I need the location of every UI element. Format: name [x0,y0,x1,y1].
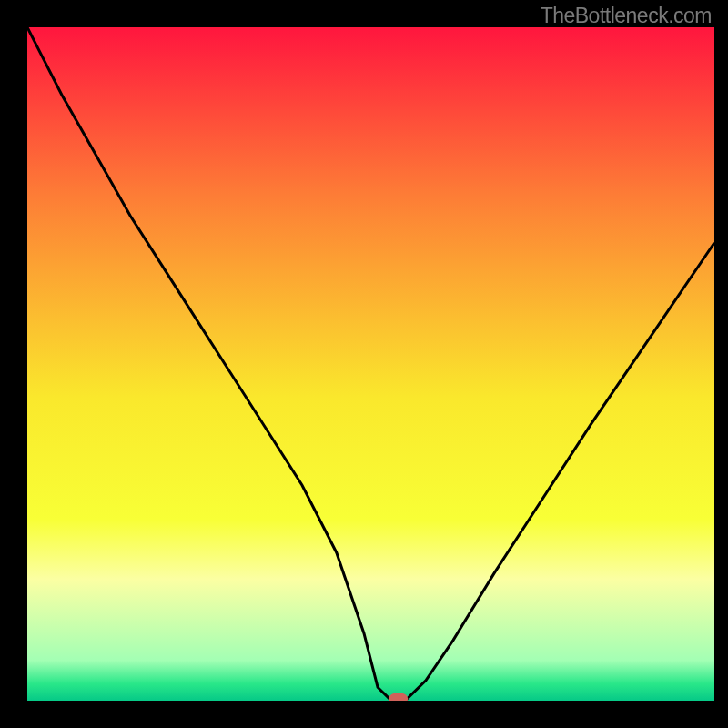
watermark-text: TheBottleneck.com [541,4,712,28]
gradient-background [27,27,714,701]
plot-area [27,27,714,701]
plot-svg [27,27,714,701]
chart-container: TheBottleneck.com [0,0,728,728]
